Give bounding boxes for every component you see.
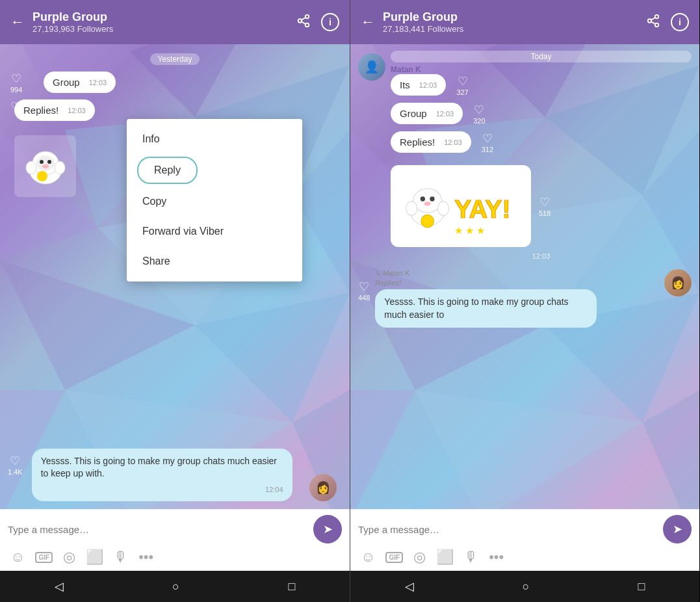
- right-messages: 👤 Today Matan K Its 12:03 ♡ 327: [350, 44, 699, 509]
- left-header-info: Purple Group 27,193,963 Followers: [32, 10, 289, 34]
- svg-point-49: [438, 202, 449, 216]
- right-sticker-icon[interactable]: ☺: [361, 549, 375, 566]
- left-share-icon[interactable]: [296, 14, 311, 31]
- right-follower-count: 27,183,441 Followers: [383, 24, 638, 34]
- right-heart-yay[interactable]: ♡: [539, 195, 550, 209]
- right-gallery-icon[interactable]: ⬜: [436, 549, 454, 566]
- left-follower-count: 27,193,963 Followers: [32, 24, 289, 34]
- svg-point-39: [648, 19, 652, 23]
- right-bubble-2[interactable]: Group 12:03: [391, 103, 463, 124]
- right-nav-back[interactable]: ◁: [405, 579, 414, 594]
- left-panel: ← Purple Group 27,193,963 Followers i Ye…: [0, 0, 350, 602]
- context-menu-reply[interactable]: Reply: [137, 157, 198, 184]
- left-message-row-2: Replies! 12:03 ♡: [8, 99, 342, 121]
- right-reply-row: ♡ 448 ↳ Matan K Replies! Yessss. This is…: [358, 269, 692, 328]
- left-more-icon[interactable]: •••: [138, 549, 153, 566]
- svg-point-25: [37, 171, 47, 181]
- right-heart-3[interactable]: ♡: [482, 131, 493, 146]
- right-nav-square[interactable]: □: [638, 580, 645, 594]
- left-send-button[interactable]: ➤: [313, 515, 342, 543]
- right-reply-text: Replies!: [375, 279, 659, 287]
- right-sender-name: Matan K: [391, 65, 692, 74]
- left-avatar: 👩: [309, 474, 337, 501]
- right-header: ← Purple Group 27,183,441 Followers i: [350, 0, 699, 44]
- right-camera-icon[interactable]: ◎: [413, 549, 426, 566]
- left-bottom-messages: ♡ 1.4K Yessss. This is going to make my …: [0, 443, 350, 509]
- left-gallery-icon[interactable]: ⬜: [86, 549, 103, 566]
- context-menu-forward[interactable]: Forward via Viber: [127, 216, 302, 246]
- right-message-row-2: Group 12:03 ♡ 320: [391, 103, 692, 125]
- right-gif-button[interactable]: GIF: [385, 552, 403, 563]
- left-sticker-icon[interactable]: ☺: [10, 549, 25, 566]
- right-avatar-matan: 👤: [358, 53, 385, 81]
- left-sticker: [14, 135, 76, 197]
- right-sticker-time: 12:03: [391, 252, 692, 260]
- right-bubble-time-1: 12:03: [419, 81, 437, 89]
- right-message-input[interactable]: [358, 524, 658, 535]
- left-nav-back[interactable]: ◁: [55, 579, 64, 594]
- right-header-icons: i: [646, 13, 689, 31]
- left-nav-home[interactable]: ○: [172, 580, 179, 594]
- right-first-message-group: Today Matan K Its 12:03 ♡ 327: [391, 51, 692, 99]
- right-like-reply: 448: [358, 294, 370, 302]
- left-gif-button[interactable]: GIF: [35, 552, 53, 563]
- svg-point-14: [305, 23, 309, 26]
- left-send-icon: ➤: [323, 522, 333, 536]
- right-long-bubble[interactable]: Yessss. This is going to make my group c…: [375, 289, 597, 328]
- left-bubble-text-2: Replies!: [23, 105, 58, 116]
- right-more-icon[interactable]: •••: [489, 549, 504, 566]
- svg-point-50: [421, 215, 434, 228]
- svg-point-38: [655, 14, 659, 18]
- heart-icon-1[interactable]: ♡: [11, 72, 21, 86]
- svg-text:YAY!: YAY!: [454, 195, 510, 223]
- right-heart-2[interactable]: ♡: [474, 103, 484, 117]
- svg-point-46: [430, 196, 434, 201]
- left-header-icons: i: [296, 13, 339, 31]
- right-reply-indicator: ↳ Matan K: [375, 269, 659, 278]
- svg-line-41: [651, 21, 655, 24]
- right-mic-icon[interactable]: 🎙: [464, 549, 478, 566]
- svg-point-24: [55, 161, 65, 174]
- left-bubble-1[interactable]: Group 12:03: [44, 72, 116, 93]
- right-bubble-3[interactable]: Replies! 12:03: [391, 131, 471, 153]
- left-info-button[interactable]: i: [321, 13, 339, 31]
- right-toolbar: ☺ GIF ◎ ⬜ 🎙 •••: [358, 549, 692, 566]
- right-nav-home[interactable]: ○: [523, 580, 530, 594]
- right-bubble-1[interactable]: Its 12:03: [391, 74, 446, 96]
- left-nav-square[interactable]: □: [288, 580, 295, 594]
- context-menu-info[interactable]: Info: [127, 124, 302, 154]
- right-send-icon: ➤: [673, 522, 682, 536]
- svg-point-48: [406, 202, 417, 216]
- right-send-button[interactable]: ➤: [663, 515, 692, 543]
- left-toolbar: ☺ GIF ◎ ⬜ 🎙 •••: [8, 549, 342, 566]
- right-share-icon[interactable]: [646, 14, 660, 31]
- left-header: ← Purple Group 27,193,963 Followers i: [0, 0, 350, 44]
- svg-line-42: [651, 17, 655, 20]
- context-menu-share[interactable]: Share: [127, 246, 302, 276]
- right-header-info: Purple Group 27,183,441 Followers: [383, 10, 638, 34]
- left-back-button[interactable]: ←: [10, 14, 25, 31]
- right-yay-sticker: YAY! ★ ★ ★: [391, 165, 531, 247]
- left-camera-icon[interactable]: ◎: [63, 549, 75, 566]
- right-back-button[interactable]: ←: [361, 14, 375, 31]
- left-bubble-2[interactable]: Replies! 12:03: [14, 99, 95, 121]
- right-like-yay: 518: [539, 209, 551, 217]
- right-panel: ← Purple Group 27,183,441 Followers i: [350, 0, 699, 602]
- right-like-2: 320: [473, 117, 485, 125]
- right-info-button[interactable]: i: [671, 13, 689, 31]
- heart-icon-2[interactable]: ♡: [10, 99, 21, 114]
- heart-icon-long[interactable]: ♡: [10, 454, 20, 468]
- right-reply-arrow: ↳: [375, 269, 383, 277]
- left-message-input[interactable]: [8, 524, 308, 535]
- right-heart-reply[interactable]: ♡: [359, 280, 369, 294]
- context-menu-reply-row: Reply: [127, 154, 302, 187]
- svg-point-12: [305, 14, 309, 18]
- context-menu-copy[interactable]: Copy: [127, 187, 302, 216]
- right-group-title: Purple Group: [383, 10, 638, 24]
- right-yay-row: YAY! ★ ★ ★ ♡ 518: [358, 160, 692, 247]
- left-avatar-area: 👩: [309, 474, 337, 501]
- left-long-bubble[interactable]: Yessss. This is going to make my group c…: [32, 449, 292, 501]
- right-message-row-3: Replies! 12:03 ♡ 312: [391, 131, 692, 153]
- right-heart-1[interactable]: ♡: [458, 74, 468, 88]
- left-mic-icon[interactable]: 🎙: [114, 549, 128, 566]
